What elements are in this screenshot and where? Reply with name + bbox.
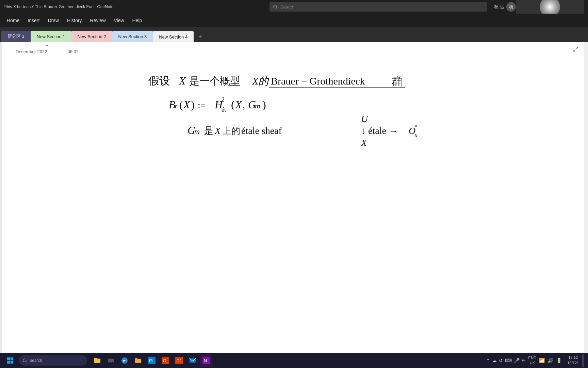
menu-history[interactable]: History <box>63 16 86 25</box>
taskbar-file-explorer-icon[interactable] <box>91 354 103 367</box>
svg-rect-47 <box>108 358 112 362</box>
svg-marker-48 <box>112 358 114 363</box>
add-section-button[interactable]: + <box>195 31 205 42</box>
svg-text:X: X <box>178 75 186 87</box>
search-input[interactable] <box>280 4 484 10</box>
svg-text:m: m <box>255 102 260 110</box>
svg-rect-42 <box>11 361 13 363</box>
avatar: 杨 <box>506 2 516 12</box>
start-button[interactable] <box>4 354 16 367</box>
menu-view[interactable]: View <box>110 16 128 25</box>
wifi-icon[interactable]: 📶 <box>539 358 545 363</box>
volume-icon[interactable]: 🔊 <box>548 358 553 363</box>
menu-draw[interactable]: Draw <box>44 16 63 25</box>
tab-new-section-2[interactable]: New Section 2 <box>71 31 112 42</box>
date-display: 16/12/ <box>567 361 578 366</box>
taskbar-office-icon[interactable]: O <box>159 354 172 367</box>
svg-text:r: r <box>175 102 178 110</box>
sys-tray-icons: ⌃ ☁ ↺ ⌨ 🎤 ✏ <box>486 358 526 363</box>
scrollbar[interactable] <box>584 42 588 353</box>
taskbar-search-box[interactable]: Search <box>19 355 87 366</box>
cloud-icon[interactable]: ☁ <box>492 358 497 363</box>
app-title: *this X be-tease' This Braurer-Gro then … <box>4 4 270 9</box>
pen-icon[interactable]: ✏ <box>522 358 526 363</box>
mic-icon[interactable]: 🎤 <box>514 358 520 363</box>
taskbar-right: ⌃ ☁ ↺ ⌨ 🎤 ✏ ENG UK 📶 🔊 🔋 16:12 16/12/ <box>486 354 584 367</box>
bullet-dot <box>46 45 48 46</box>
svg-text:↓ étale →: ↓ étale → <box>361 125 398 136</box>
svg-text:(: ( <box>231 98 235 111</box>
taskbar-folder-icon[interactable] <box>132 354 144 367</box>
svg-text:ét: ét <box>222 106 226 113</box>
svg-text:是: 是 <box>204 125 213 136</box>
chevron-icon[interactable]: ⌃ <box>486 358 490 363</box>
svg-text:): ) <box>191 98 195 111</box>
user-area: 杨 远 杨 <box>494 2 516 12</box>
note-area[interactable]: December 2022 06:02 假设 X 是一个概型 X的 Brauer… <box>2 42 584 353</box>
language-indicator[interactable]: ENG UK <box>528 355 537 365</box>
svg-text:): ) <box>262 98 266 111</box>
title-search-box[interactable] <box>270 2 487 12</box>
svg-text:×: × <box>414 123 418 129</box>
camera-preview <box>516 0 584 14</box>
tab-new-section-1[interactable]: New Section 1 <box>31 31 71 42</box>
refresh-icon[interactable]: ↺ <box>499 358 503 363</box>
svg-text:⊞: ⊞ <box>149 358 153 363</box>
svg-line-44 <box>26 361 27 362</box>
note-date: December 2022 <box>16 49 47 54</box>
note-handwriting[interactable]: 假设 X 是一个概型 X的 Brauer − Grothendieck 群 B … <box>16 67 570 205</box>
tab-new-section-3[interactable]: New Section 3 <box>112 31 153 42</box>
svg-rect-40 <box>11 357 13 360</box>
svg-text:O: O <box>163 358 166 363</box>
svg-text:X: X <box>214 125 221 136</box>
clock[interactable]: 16:12 16/12/ <box>567 355 578 366</box>
menu-review[interactable]: Review <box>86 16 110 25</box>
search-icon <box>273 4 278 9</box>
svg-text::=: := <box>198 100 206 110</box>
taskbar-teams-icon[interactable]: O2 <box>173 354 185 367</box>
svg-text:,: , <box>243 100 245 110</box>
svg-text:上的: 上的 <box>223 126 240 136</box>
svg-line-2 <box>576 47 578 49</box>
svg-text:2: 2 <box>222 96 225 103</box>
show-desktop-button[interactable] <box>582 354 584 367</box>
svg-rect-46 <box>94 358 97 359</box>
windows-logo-icon <box>7 357 14 364</box>
svg-text:étale sheaf: étale sheaf <box>241 125 282 136</box>
tab-new-section-4[interactable]: New Section 4 <box>153 31 194 42</box>
svg-line-1 <box>276 8 277 9</box>
taskbar-search-label: Search <box>29 358 42 363</box>
titlebar: *this X be-tease' This Braurer-Gro then … <box>0 0 588 14</box>
menu-insert[interactable]: Insert <box>23 16 44 25</box>
note-time: 06:02 <box>68 49 79 54</box>
taskbar-edge-icon[interactable] <box>118 354 131 367</box>
tabs-bar: 新分区 1 New Section 1 New Section 2 New Se… <box>0 27 588 42</box>
tab-xinfenqu1[interactable]: 新分区 1 <box>1 31 31 42</box>
menu-help[interactable]: Help <box>128 16 146 25</box>
svg-line-3 <box>574 49 575 51</box>
expand-button[interactable] <box>572 45 580 53</box>
svg-text:Brauer − Grothendieck: Brauer − Grothendieck <box>271 75 365 87</box>
taskbar-store-icon[interactable]: ⊞ <box>146 354 158 367</box>
taskbar-pinned-icons: ⊞ O O2 N <box>91 354 212 367</box>
time-display: 16:12 <box>567 355 578 360</box>
svg-text:U: U <box>361 113 369 124</box>
svg-rect-41 <box>7 361 10 363</box>
taskbar-mail-icon[interactable] <box>186 354 199 367</box>
svg-text:X: X <box>234 98 242 111</box>
taskbar-meet-icon[interactable] <box>105 354 117 367</box>
svg-text:u: u <box>414 132 418 139</box>
note-metadata: December 2022 06:02 <box>16 49 121 57</box>
svg-text:是一个概型: 是一个概型 <box>189 75 240 87</box>
svg-text:X: X <box>183 98 191 111</box>
camera-light <box>540 0 560 14</box>
svg-text:群: 群 <box>392 75 402 87</box>
svg-text:X: X <box>361 137 367 148</box>
battery-icon[interactable]: 🔋 <box>556 358 562 363</box>
taskbar-onenote-icon[interactable]: N <box>200 354 212 367</box>
svg-point-43 <box>23 358 26 362</box>
menu-home[interactable]: Home <box>3 16 23 25</box>
menubar: Home Insert Draw History Review View Hel… <box>0 14 588 27</box>
keyboard-icon[interactable]: ⌨ <box>505 358 512 363</box>
taskbar-search-icon <box>22 358 27 363</box>
